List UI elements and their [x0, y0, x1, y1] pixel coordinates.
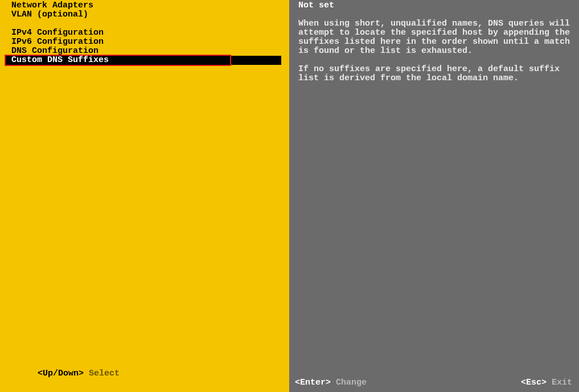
menu-item-custom-dns-suffixes[interactable]: Custom DNS Suffixes	[0, 56, 289, 65]
footer-right-hints: <Enter> Change <Esc> Exit	[289, 378, 579, 387]
menu-spacer	[0, 19, 289, 28]
menu-item-dns[interactable]: DNS Configuration	[0, 47, 289, 56]
detail-body: When using short, unqualified names, DNS…	[298, 19, 573, 83]
menu-item-ipv6[interactable]: IPv6 Configuration	[0, 38, 289, 47]
footer-esc-key: <Esc>	[521, 378, 547, 387]
footer-enter-key: <Enter>	[295, 378, 331, 387]
menu-list: Network Adapters VLAN (optional) IPv4 Co…	[0, 1, 289, 65]
footer-updown-action: Select	[89, 369, 120, 378]
menu-item-vlan[interactable]: VLAN (optional)	[0, 10, 289, 19]
left-menu-pane: Network Adapters VLAN (optional) IPv4 Co…	[0, 0, 289, 392]
footer-esc-action: Exit	[552, 378, 572, 387]
dcui-screen: Network Adapters VLAN (optional) IPv4 Co…	[0, 0, 579, 392]
menu-item-network-adapters[interactable]: Network Adapters	[0, 1, 289, 10]
footer-enter-action: Change	[336, 378, 367, 387]
footer-enter-hint: <Enter> Change	[295, 378, 367, 387]
footer-updown-key: <Up/Down>	[38, 369, 84, 378]
detail-paragraph-1: When using short, unqualified names, DNS…	[298, 19, 573, 56]
menu-item-label: Custom DNS Suffixes	[11, 56, 109, 65]
menu-item-ipv4[interactable]: IPv4 Configuration	[0, 28, 289, 38]
detail-paragraph-2: If no suffixes are specified here, a def…	[298, 65, 573, 83]
footer-esc-hint: <Esc> Exit	[521, 378, 572, 387]
right-detail-pane: Not set When using short, unqualified na…	[289, 0, 579, 392]
detail-status: Not set	[298, 1, 573, 10]
footer-left-hint: <Up/Down> Select	[7, 360, 120, 387]
